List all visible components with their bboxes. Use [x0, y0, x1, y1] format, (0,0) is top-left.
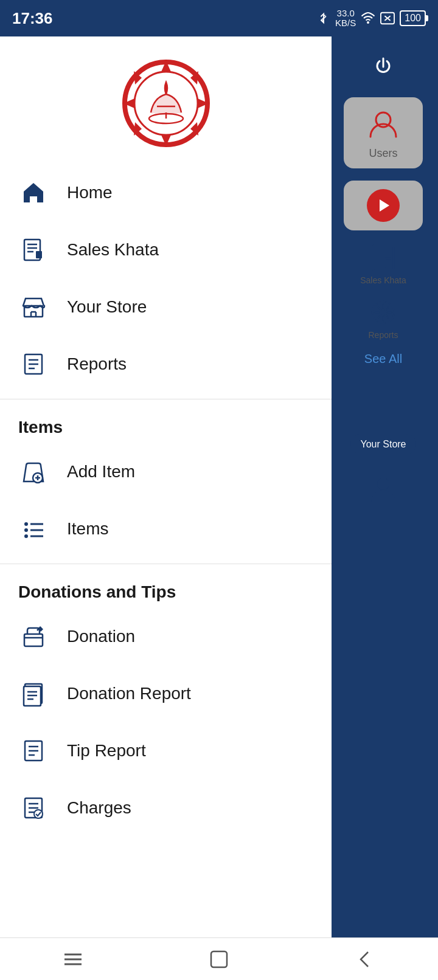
reports-panel-label: Reports — [368, 330, 398, 340]
battery-level: 100 — [405, 13, 421, 23]
reports-icon-panel[interactable]: Reports — [368, 297, 398, 340]
nav-item-home[interactable]: Home — [0, 164, 332, 221]
wifi-icon — [361, 11, 375, 26]
your-store-nav-icon — [18, 292, 49, 322]
menu-icon — [62, 950, 84, 968]
nav-item-charges[interactable]: Charges — [0, 779, 332, 837]
network-speed: 33.0KB/S — [335, 9, 356, 29]
back-button[interactable] — [347, 941, 383, 978]
app-logo — [117, 55, 215, 152]
add-item-icon — [18, 457, 49, 487]
status-time: 17:36 — [12, 9, 53, 28]
your-store-panel-label: Your Store — [350, 434, 415, 454]
home-nav-button[interactable] — [201, 941, 237, 978]
home-icon — [18, 178, 49, 208]
svg-point-13 — [377, 478, 389, 490]
sales-khata-icon — [368, 243, 398, 273]
nav-add-item-label: Add Item — [67, 462, 135, 481]
main-nav-section: Home Sales Khata — [0, 164, 332, 393]
nav-home-label: Home — [67, 183, 113, 202]
power-button[interactable] — [365, 49, 401, 85]
logo-area — [0, 36, 332, 164]
nav-item-your-store[interactable]: Your Store — [0, 278, 332, 336]
your-store-panel-button[interactable]: Your Store — [350, 439, 415, 450]
navigation-drawer: Home Sales Khata — [0, 36, 332, 980]
nav-item-reports[interactable]: Reports — [0, 336, 332, 393]
bluetooth-icon — [317, 12, 330, 25]
drawer-bottom-padding — [0, 837, 332, 885]
nav-tip-report-label: Tip Report — [67, 741, 146, 761]
svg-point-0 — [367, 22, 369, 23]
user-avatar-icon — [365, 106, 401, 142]
nav-item-donation-report[interactable]: Donation Report — [0, 665, 332, 722]
bottom-nav-bar — [0, 937, 438, 980]
svg-rect-25 — [36, 251, 42, 258]
items-list-icon — [18, 514, 49, 544]
reports-nav-icon — [18, 349, 49, 379]
charges-icon — [18, 793, 49, 823]
items-section-header: Items — [0, 405, 332, 443]
donation-icon — [18, 621, 49, 652]
divider-2 — [0, 564, 332, 564]
nav-charges-label: Charges — [67, 798, 131, 818]
nav-donation-label: Donation — [67, 627, 135, 646]
nav-reports-label: Reports — [67, 354, 127, 374]
nav-sales-khata-label: Sales Khata — [67, 240, 159, 260]
person-icon-panel[interactable] — [368, 474, 398, 507]
person-icon — [368, 474, 398, 505]
send-card[interactable] — [344, 181, 423, 230]
battery-indicator: 100 — [400, 10, 426, 26]
svg-rect-43 — [24, 634, 43, 646]
donation-report-icon — [18, 678, 49, 709]
reports-icon — [368, 297, 398, 328]
svg-marker-6 — [380, 199, 389, 212]
donations-tips-header: Donations and Tips — [0, 570, 332, 608]
logo-svg — [117, 55, 215, 152]
nav-item-sales-khata[interactable]: Sales Khata — [0, 221, 332, 278]
svg-point-39 — [24, 528, 28, 532]
svg-point-37 — [24, 522, 28, 526]
status-bar: 17:36 33.0KB/S 100 — [0, 0, 438, 36]
nav-item-donation[interactable]: Donation — [0, 608, 332, 665]
sales-khata-icon-panel[interactable]: Sales Khata — [360, 243, 406, 285]
nav-item-add-item[interactable]: Add Item — [0, 443, 332, 500]
divider-1 — [0, 399, 332, 399]
see-all-label: See All — [364, 352, 402, 365]
tip-report-icon — [18, 736, 49, 766]
sales-khata-nav-icon — [18, 235, 49, 265]
donations-tips-section: Donations and Tips Donation — [0, 570, 332, 837]
svg-rect-67 — [211, 951, 227, 967]
menu-button[interactable] — [55, 941, 91, 978]
svg-rect-11 — [385, 258, 391, 267]
svg-point-41 — [24, 534, 28, 538]
square-icon — [209, 949, 229, 970]
items-section: Items Add Item — [0, 405, 332, 557]
sales-khata-panel-label: Sales Khata — [360, 275, 406, 285]
nav-item-tip-report[interactable]: Tip Report — [0, 722, 332, 779]
play-button[interactable] — [367, 189, 400, 222]
nav-donation-report-label: Donation Report — [67, 684, 191, 703]
users-label: Users — [369, 147, 397, 160]
right-panel: Users Sales Khata Reports See All — [328, 36, 438, 980]
power-icon — [372, 56, 394, 78]
back-icon — [356, 949, 374, 970]
users-card[interactable]: Users — [344, 97, 423, 168]
nav-item-items[interactable]: Items — [0, 500, 332, 557]
nav-items-label: Items — [67, 519, 108, 539]
nav-your-store-label: Your Store — [67, 297, 147, 317]
x-icon — [380, 12, 395, 25]
status-icons: 33.0KB/S 100 — [317, 9, 426, 29]
svg-point-63 — [34, 810, 43, 818]
see-all-button[interactable]: See All — [364, 352, 402, 366]
